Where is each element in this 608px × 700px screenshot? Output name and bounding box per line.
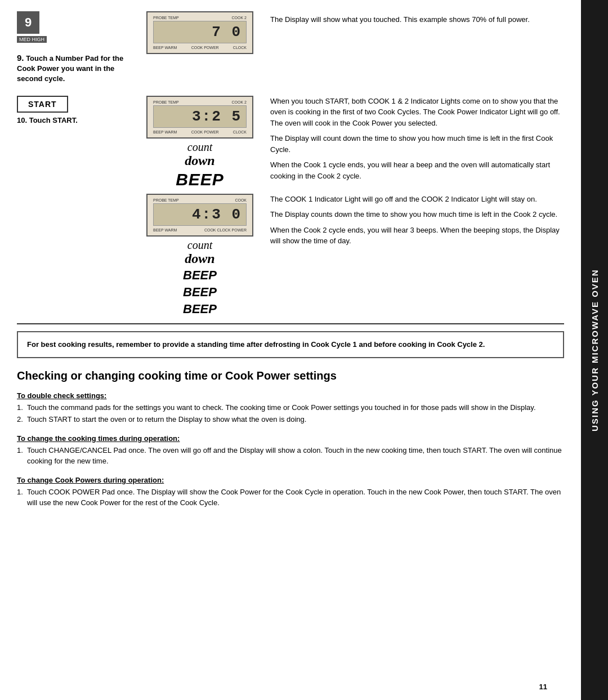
sub3-body: 1. Touch COOK POWER Pad once. The Displa… (17, 487, 564, 509)
display2-bottom-left: BEEP WARM (153, 130, 177, 134)
sub1-item1: 1. Touch the command pads for the settin… (17, 402, 564, 413)
top-section: 9 MED HIGH 9. Touch a Number Pad for the… (17, 11, 564, 90)
sub3-item1-text: Touch COOK POWER Pad once. The Display w… (27, 487, 564, 509)
count-down-2: count down (185, 239, 214, 266)
display2: PROBE TEMP COOK 2 3:2 5 BEEP WARM COOK P… (146, 96, 253, 139)
display1-bottom-left: BEEP WARM (153, 46, 177, 50)
display3-bottom-middle: COOK CLOCK POWER (204, 228, 247, 232)
display3-section: PROBE TEMP COOK 4:3 0 BEEP WARM COOK CLO… (17, 194, 564, 316)
sub2-item1-text: Touch CHANGE/CANCEL Pad once. The oven w… (27, 445, 564, 467)
display3-screen: 4:3 0 (153, 203, 247, 226)
beep3: BEEP (183, 285, 217, 300)
display2-bottom-middle: COOK POWER (191, 130, 219, 134)
display1-top-left: PROBE TEMP (153, 16, 179, 20)
display3-right: The COOK 1 Indicator Light will go off a… (270, 194, 564, 316)
step9-right: The Display will show what you touched. … (270, 11, 564, 90)
sub2-item1: 1. Touch CHANGE/CANCEL Pad once. The ove… (17, 445, 564, 467)
display3-left (17, 194, 129, 316)
sub1-item1-num: 1. (17, 402, 25, 413)
count-word-2: count (185, 239, 214, 251)
sub1-body: 1. Touch the command pads for the settin… (17, 402, 564, 425)
right-text1: The Display will show what you touched. … (270, 14, 564, 25)
sub2-item1-num: 1. (17, 445, 25, 467)
down-word-1: down (185, 153, 214, 168)
sidebar: USING YOUR MICROWAVE OVEN (581, 0, 608, 700)
sub3-item1-num: 1. (17, 487, 25, 509)
beep1: BEEP (176, 170, 224, 189)
sidebar-text: USING YOUR MICROWAVE OVEN (590, 269, 600, 431)
right-text6: The Display counts down the time to show… (270, 209, 564, 220)
display3-middle: PROBE TEMP COOK 4:3 0 BEEP WARM COOK CLO… (141, 194, 259, 316)
display2-bottom-labels: BEEP WARM COOK POWER CLOCK (153, 130, 247, 134)
sub3-heading: To change Cook Powers during operation: (17, 476, 564, 484)
sub1-item2-text: Touch START to start the oven or to retu… (27, 414, 306, 425)
right-text5: The COOK 1 Indicator Light will go off a… (270, 194, 564, 205)
sub1-item2-num: 2. (17, 414, 25, 425)
sub3-item1: 1. Touch COOK POWER Pad once. The Displa… (17, 487, 564, 509)
step10-label: 10. Touch START. (17, 116, 129, 124)
sub-section-1: To double check settings: 1. Touch the c… (17, 391, 564, 425)
display3-top-right: COOK (235, 198, 247, 202)
main-content: 9 MED HIGH 9. Touch a Number Pad for the… (0, 0, 581, 700)
count-down-1: count down (185, 141, 214, 168)
right-text3: The Display will count down the time to … (270, 133, 564, 155)
step9-num: 9. (17, 53, 24, 63)
display1-bottom-middle: COOK POWER (191, 46, 219, 50)
sub-section-3: To change Cook Powers during operation: … (17, 476, 564, 509)
display1-bottom-labels: BEEP WARM COOK POWER CLOCK (153, 46, 247, 50)
display2-bottom-right: CLOCK (233, 130, 247, 134)
step10-middle: PROBE TEMP COOK 2 3:2 5 BEEP WARM COOK P… (141, 96, 259, 189)
display3-bottom-left: BEEP WARM (153, 228, 177, 232)
display1-bottom-right: CLOCK (233, 46, 247, 50)
sub2-body: 1. Touch CHANGE/CANCEL Pad once. The ove… (17, 445, 564, 467)
step9-label: 9. Touch a Number Pad for the Cook Power… (17, 52, 129, 84)
display3: PROBE TEMP COOK 4:3 0 BEEP WARM COOK CLO… (146, 194, 253, 237)
display1-top-right: COOK 2 (232, 16, 247, 20)
page-number: 11 (539, 683, 547, 691)
beep4: BEEP (183, 302, 217, 316)
display1: PROBE TEMP COOK 2 7 0 BEEP WARM COOK POW… (146, 11, 253, 54)
display1-screen: 7 0 (153, 21, 247, 43)
display2-top-left: PROBE TEMP (153, 100, 179, 104)
sub-section-2: To change the cooking times during opera… (17, 434, 564, 467)
display3-bottom-labels: BEEP WARM COOK CLOCK POWER (153, 228, 247, 232)
down-word-2: down (185, 251, 214, 266)
right-text4: When the Cook 1 cycle ends, you will hea… (270, 159, 564, 181)
section-heading: Checking or changing cooking time or Coo… (17, 369, 564, 382)
num-badge: 9 (17, 11, 39, 34)
step10-section: START 10. Touch START. PROBE TEMP COOK 2… (17, 96, 564, 189)
sub1-item1-text: Touch the command pads for the settings … (27, 402, 536, 413)
display3-top-left: PROBE TEMP (153, 198, 179, 202)
sub1-item2: 2. Touch START to start the oven or to r… (17, 414, 564, 425)
start-button[interactable]: START (17, 96, 68, 113)
sub2-heading: To change the cooking times during opera… (17, 434, 564, 443)
badge-label: MED HIGH (17, 36, 47, 43)
notice-text: For best cooking results, remember to pr… (27, 339, 554, 350)
display1-top-labels: PROBE TEMP COOK 2 (153, 16, 247, 20)
display3-top-labels: PROBE TEMP COOK (153, 198, 247, 202)
right-text2: When you touch START, both COOK 1 & 2 In… (270, 96, 564, 129)
beep2: BEEP (183, 268, 217, 283)
page-container: 9 MED HIGH 9. Touch a Number Pad for the… (0, 0, 608, 700)
step10-left: START 10. Touch START. (17, 96, 129, 189)
step9-middle: PROBE TEMP COOK 2 7 0 BEEP WARM COOK POW… (141, 11, 259, 90)
step10-right: When you touch START, both COOK 1 & 2 In… (270, 96, 564, 189)
display2-screen: 3:2 5 (153, 105, 247, 128)
count-word-1: count (185, 141, 214, 153)
display2-top-right: COOK 2 (232, 100, 247, 104)
display2-top-labels: PROBE TEMP COOK 2 (153, 100, 247, 104)
right-text7: When the Cook 2 cycle ends, you will hea… (270, 225, 564, 247)
notice-box: For best cooking results, remember to pr… (17, 331, 564, 358)
sub1-heading: To double check settings: (17, 391, 564, 400)
separator-line (17, 323, 564, 324)
step9-left: 9 MED HIGH 9. Touch a Number Pad for the… (17, 11, 129, 90)
